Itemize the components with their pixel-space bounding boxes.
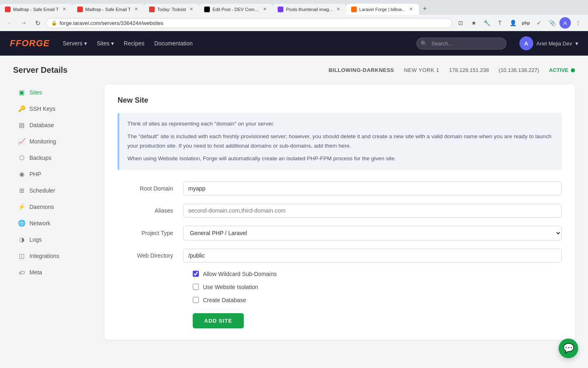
nav-item-label: Sites xyxy=(97,40,109,47)
screen-cast-icon[interactable]: ⊡ xyxy=(455,17,466,29)
nav-username: Ariel Mejia Dev xyxy=(537,40,572,47)
sidebar: ▣ Sites 🔑 SSH Keys ▤ Database 📈 Monitori… xyxy=(13,85,95,340)
nav-item-recipes[interactable]: Recipes xyxy=(124,38,145,49)
sidebar-item-logs[interactable]: ◑ Logs xyxy=(13,232,95,247)
sidebar-icon-meta: 🏷 xyxy=(18,269,25,276)
aliases-control xyxy=(183,204,562,218)
tab-close-button[interactable]: ✕ xyxy=(133,6,139,12)
wildcard-label: Allow Wildcard Sub-Domains xyxy=(203,271,277,277)
sidebar-item-backups[interactable]: ⬡ Backups xyxy=(13,150,95,166)
wildcard-checkbox-row: Allow Wildcard Sub-Domains xyxy=(118,271,562,277)
sidebar-item-ssh-keys[interactable]: 🔑 SSH Keys xyxy=(13,101,95,117)
sidebar-label-ssh-keys: SSH Keys xyxy=(29,105,56,112)
server-region: NEW YORK 1 xyxy=(404,67,439,73)
back-button[interactable]: ← xyxy=(4,17,16,29)
web-directory-control xyxy=(183,249,562,263)
sidebar-item-daemons[interactable]: ⚡ Daemons xyxy=(13,199,95,215)
new-tab-button[interactable]: + xyxy=(419,2,431,15)
server-status: ACTIVE xyxy=(549,67,575,73)
search-icon: 🔍 xyxy=(421,40,427,47)
bookmark-icon[interactable]: ★ xyxy=(468,17,479,29)
project-type-label: Project Type xyxy=(118,230,183,236)
project-type-control: General PHP / LaravelStatic HTMLSymfony … xyxy=(183,226,562,240)
extension-icon4[interactable]: php xyxy=(520,17,532,29)
sidebar-item-sites[interactable]: ▣ Sites xyxy=(13,85,95,100)
root-domain-input[interactable] xyxy=(183,182,562,195)
sidebar-label-scheduler: Scheduler xyxy=(29,187,55,194)
nav-logo: FFORGE xyxy=(10,38,50,49)
sidebar-item-database[interactable]: ▤ Database xyxy=(13,117,95,133)
sidebar-label-daemons: Daemons xyxy=(29,204,54,210)
sidebar-icon-daemons: ⚡ xyxy=(18,203,25,211)
tab-favicon xyxy=(204,7,210,12)
add-site-button[interactable]: ADD SITE xyxy=(193,313,244,328)
sidebar-icon-ssh-keys: 🔑 xyxy=(18,105,25,112)
address-bar[interactable]: 🔒 xyxy=(46,18,452,28)
tab-favicon xyxy=(351,7,357,12)
sidebar-item-scheduler[interactable]: ⊞ Scheduler xyxy=(13,183,95,198)
server-name: BILLOWING-DARKNESS xyxy=(329,67,394,73)
tab-close-button[interactable]: ✕ xyxy=(408,6,414,12)
web-directory-row: Web Directory xyxy=(118,249,562,263)
web-directory-input[interactable] xyxy=(183,249,562,263)
sidebar-label-monitoring: Monitoring xyxy=(29,138,56,145)
new-site-card: New Site Think of sites as representing … xyxy=(105,85,575,340)
aliases-label: Aliases xyxy=(118,207,183,214)
sidebar-item-integrations[interactable]: ◫ Integrations xyxy=(13,248,95,264)
project-type-row: Project Type General PHP / LaravelStatic… xyxy=(118,226,562,240)
tab-close-button[interactable]: ✕ xyxy=(262,6,268,12)
extension-icon6[interactable]: 📎 xyxy=(546,17,558,29)
tab-title: Edit Post - DEV Comm... xyxy=(212,7,259,12)
tab-close-button[interactable]: ✕ xyxy=(61,6,67,12)
isolation-checkbox[interactable] xyxy=(193,284,199,290)
tab-close-button[interactable]: ✕ xyxy=(188,6,194,12)
sidebar-label-php: PHP xyxy=(29,171,41,177)
sidebar-label-network: Network xyxy=(29,220,50,227)
profile-avatar[interactable]: A xyxy=(559,17,571,29)
sidebar-icon-backups: ⬡ xyxy=(18,154,25,162)
nav-item-sites[interactable]: Sites▾ xyxy=(97,38,114,49)
browser-tab-tab5[interactable]: Posts thumbnail imag... ✕ xyxy=(273,4,346,15)
nav-item-label: Servers xyxy=(63,40,82,47)
server-status-label: ACTIVE xyxy=(549,67,568,73)
extension-icon2[interactable]: T xyxy=(494,17,506,29)
nav-item-servers[interactable]: Servers▾ xyxy=(63,38,87,49)
forward-button[interactable]: → xyxy=(18,17,29,29)
layout: ▣ Sites 🔑 SSH Keys ▤ Database 📈 Monitori… xyxy=(13,85,575,340)
extension-icon1[interactable]: 🔧 xyxy=(481,17,492,29)
browser-tab-tab1[interactable]: Mailtrap - Safe Email T ✕ xyxy=(0,4,72,15)
submit-row: ADD SITE xyxy=(118,310,562,328)
browser-tab-tab3[interactable]: Today: Todoist ✕ xyxy=(144,4,199,15)
url-input[interactable] xyxy=(60,20,447,26)
sidebar-item-meta[interactable]: 🏷 Meta xyxy=(13,265,95,280)
extension-icon5[interactable]: ✓ xyxy=(533,17,545,29)
browser-tab-tab6[interactable]: Laravel Forge | billow... ✕ xyxy=(346,4,419,15)
nav-item-documentation[interactable]: Documentation xyxy=(154,38,193,49)
aliases-input[interactable] xyxy=(183,204,562,218)
tab-favicon xyxy=(278,7,283,12)
sidebar-item-monitoring[interactable]: 📈 Monitoring xyxy=(13,134,95,149)
nav-dropdown-icon: ▾ xyxy=(84,40,87,47)
tab-close-button[interactable]: ✕ xyxy=(335,6,341,12)
lock-icon: 🔒 xyxy=(51,20,57,26)
refresh-button[interactable]: ↻ xyxy=(32,17,43,29)
nav-item-label: Recipes xyxy=(124,40,145,47)
menu-button[interactable]: ⋮ xyxy=(572,17,584,29)
sidebar-label-meta: Meta xyxy=(29,269,42,276)
tab-title: Posts thumbnail imag... xyxy=(286,7,332,12)
nav-search-wrap: 🔍 xyxy=(416,38,506,49)
nav-user[interactable]: A Ariel Mejia Dev ▾ xyxy=(519,36,578,50)
sidebar-item-network[interactable]: 🌐 Network xyxy=(13,215,95,231)
sidebar-label-logs: Logs xyxy=(29,236,42,243)
browser-tab-tab2[interactable]: Mailtrap - Safe Email T ✕ xyxy=(72,4,145,15)
wildcard-checkbox[interactable] xyxy=(193,271,199,277)
project-type-select[interactable]: General PHP / LaravelStatic HTMLSymfony … xyxy=(183,226,562,240)
browser-tab-tab4[interactable]: Edit Post - DEV Comm... ✕ xyxy=(199,4,273,15)
sidebar-item-php[interactable]: ◉ PHP xyxy=(13,166,95,182)
extension-icon3[interactable]: 👤 xyxy=(507,17,519,29)
search-input[interactable] xyxy=(416,38,506,49)
nav-avatar: A xyxy=(519,36,533,50)
sidebar-icon-monitoring: 📈 xyxy=(18,138,25,145)
create-database-checkbox[interactable] xyxy=(193,297,199,303)
sidebar-label-database: Database xyxy=(29,122,54,128)
